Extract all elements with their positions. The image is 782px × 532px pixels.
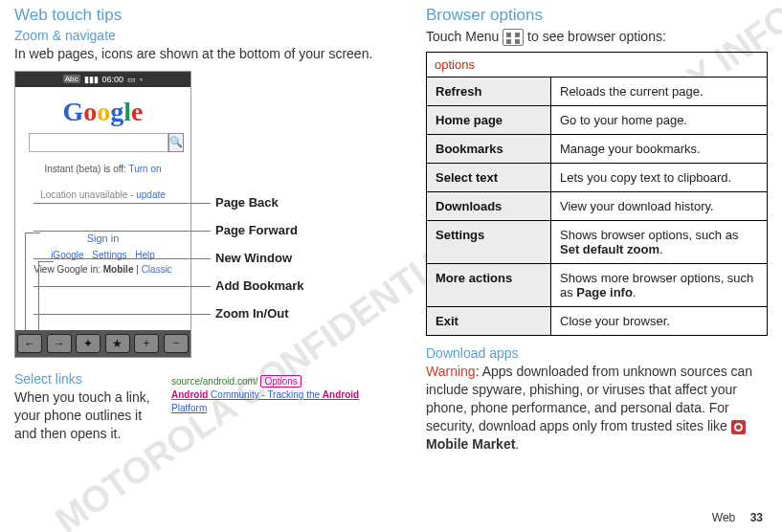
- callout-forward: Page Forward: [215, 223, 303, 237]
- search-input[interactable]: [29, 133, 168, 152]
- table-row: ExitClose your browser.: [427, 307, 768, 336]
- table-row: More actionsShows more browser options, …: [427, 264, 768, 307]
- status-time: 06:00: [102, 75, 124, 84]
- search-button[interactable]: 🔍: [168, 133, 184, 152]
- table-row: BookmarksManage your bookmarks.: [427, 135, 768, 164]
- zoom-in-button[interactable]: ＋: [134, 334, 159, 353]
- heading-web-touch-tips: Web touch tips: [14, 6, 397, 25]
- page-footer: Web 33: [712, 511, 763, 524]
- callout-new-window: New Window: [215, 251, 303, 265]
- table-row: SettingsShows browser options, such as S…: [427, 221, 768, 264]
- view-classic[interactable]: Classic: [142, 264, 172, 275]
- callout-line: [38, 261, 54, 338]
- browser-toolbar: ← → ✦ ★ ＋ －: [15, 330, 190, 357]
- zoom-navigate-body: In web pages, icons are shown at the bot…: [14, 45, 397, 63]
- zoom-out-button[interactable]: －: [164, 334, 189, 353]
- browser-options-intro: Touch Menu to see browser options:: [426, 28, 768, 46]
- phone-mock: Abc ▮▮▮ 06:00 ▭ ▫ Google 🔍 Instant (beta…: [14, 71, 191, 358]
- callout-zoom: Zoom In/Out: [215, 306, 303, 321]
- heading-select-links: Select links: [14, 371, 158, 387]
- signal-icon: ▮▮▮: [84, 75, 99, 84]
- status-dot-icon: ▫: [140, 75, 143, 84]
- toolbar-callouts: Page Back Page Forward New Window Add Bo…: [215, 195, 303, 334]
- table-row: Select textLets you copy text to clipboa…: [427, 164, 768, 192]
- add-bookmark-button[interactable]: ★: [105, 334, 130, 353]
- menu-icon: [503, 29, 524, 46]
- snippet-url: source/android.com/: [171, 376, 258, 387]
- google-logo: Google: [15, 97, 190, 127]
- footer-section: Web: [712, 511, 735, 524]
- snippet-link[interactable]: Android Community - Tracking the Android…: [171, 389, 359, 413]
- status-bar: Abc ▮▮▮ 06:00 ▭ ▫: [15, 72, 190, 87]
- heading-browser-options: Browser options: [426, 6, 768, 25]
- heading-download-apps: Download apps: [426, 345, 768, 361]
- heading-zoom-navigate: Zoom & navigate: [14, 28, 397, 43]
- link-snippet: source/android.com/ Options Android Comm…: [171, 375, 397, 443]
- location-update-link[interactable]: update: [136, 189, 166, 200]
- location-status: Location unavailable - update: [15, 189, 190, 200]
- battery-icon: ▭: [127, 75, 136, 84]
- table-row: Home pageGo to your home page.: [427, 106, 768, 135]
- select-links-body: When you touch a link, your phone outlin…: [14, 388, 158, 443]
- mobile-market-icon: [731, 420, 746, 434]
- warning-label: Warning: [426, 364, 476, 379]
- options-caption: options: [427, 53, 768, 78]
- page-number: 33: [750, 511, 763, 524]
- status-abc: Abc: [63, 75, 80, 83]
- instant-turn-on-link[interactable]: Turn on: [128, 164, 161, 174]
- download-apps-body: Warning: Apps downloaded from unknown so…: [426, 363, 768, 453]
- table-row: RefreshReloads the current page.: [427, 78, 768, 106]
- options-table: options RefreshReloads the current page.…: [426, 52, 768, 336]
- sign-in-link[interactable]: Sign in: [15, 233, 190, 244]
- view-mobile[interactable]: Mobile: [103, 264, 134, 275]
- snippet-options[interactable]: Options: [260, 375, 301, 388]
- callout-add-bookmark: Add Bookmark: [215, 278, 303, 293]
- back-button[interactable]: ←: [17, 334, 42, 353]
- instant-status: Instant (beta) is off: Turn on: [15, 164, 190, 174]
- callout-back: Page Back: [215, 195, 303, 210]
- table-row: DownloadsView your download history.: [427, 192, 768, 221]
- new-window-button[interactable]: ✦: [76, 334, 101, 353]
- forward-button[interactable]: →: [47, 334, 72, 353]
